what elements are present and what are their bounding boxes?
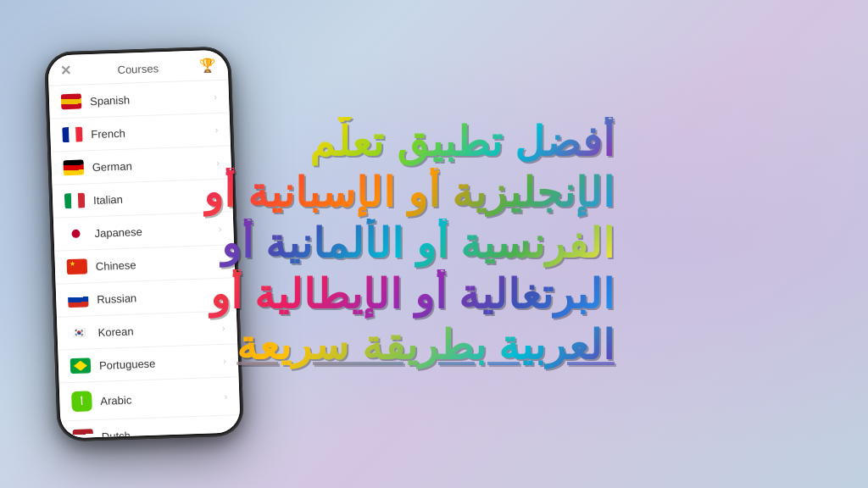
arabic-line-2: الإنجليزية أو الإسبانية أو [203, 168, 615, 219]
flag-part: ★ [70, 261, 75, 268]
lang-name-dutch: Dutch [102, 425, 226, 438]
arabic-line-3: الفرنسية أو الألمانية أو [203, 219, 615, 269]
flag-brazil [70, 358, 92, 374]
flag-russia [68, 291, 89, 308]
trophy-icon: 🏆 [198, 57, 216, 74]
flag-spain [61, 93, 82, 109]
lang-name-arabic: Arabic [100, 390, 225, 407]
flag-part [71, 230, 80, 238]
flag-china: ★ [67, 258, 88, 274]
flag-japan [65, 225, 86, 241]
arabic-headline: أفضل تطبيق تعلّم الإنجليزية أو الإسبانية… [203, 117, 615, 371]
header-title: Courses [117, 62, 159, 76]
arabic-app-icon: أ [71, 391, 92, 412]
flag-italy [64, 192, 86, 208]
app-header: ✕ Courses 🏆 [47, 49, 228, 86]
close-icon[interactable]: ✕ [59, 62, 71, 78]
arabic-icon-text: أ [81, 396, 83, 406]
flag-dutch [73, 429, 94, 438]
flag-part [75, 126, 83, 141]
chevron-right-icon: › [225, 427, 229, 437]
arabic-line-5: العربية بطريقة سريعة [203, 320, 615, 371]
flag-france [62, 126, 83, 142]
flag-part [74, 360, 87, 371]
arabic-line-4: البرتغالية أو الإيطالية أو [203, 269, 615, 320]
flag-korea: 🇰🇷 [69, 324, 90, 341]
flag-germany [63, 159, 84, 175]
arabic-text-section: أفضل تطبيق تعلّم الإنجليزية أو الإسبانية… [186, 100, 868, 388]
flag-part [78, 192, 86, 208]
arabic-line-1: أفضل تطبيق تعلّم [203, 117, 615, 168]
chevron-right-icon: › [224, 391, 227, 402]
